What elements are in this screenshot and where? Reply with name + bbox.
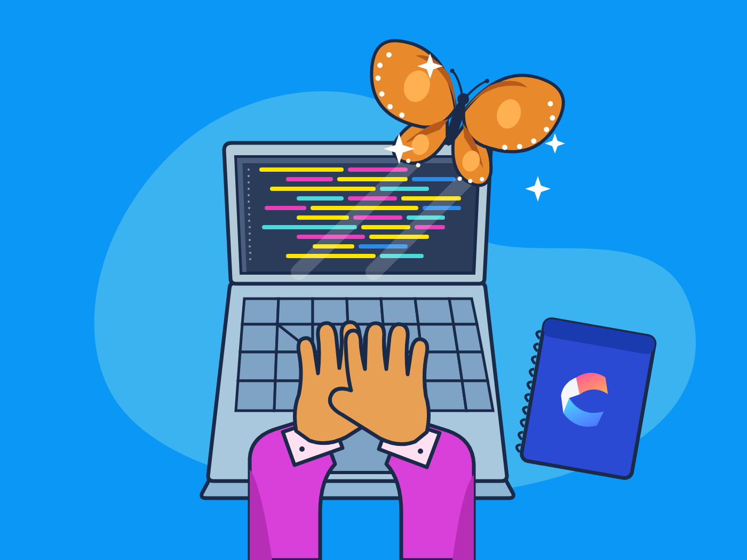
svg-point-14: [249, 258, 251, 260]
svg-point-13: [249, 252, 251, 254]
svg-point-42: [299, 446, 305, 452]
svg-point-43: [418, 449, 423, 454]
illustration-svg: [0, 0, 747, 560]
svg-point-10: [249, 233, 251, 235]
svg-point-5: [248, 201, 250, 203]
svg-point-2: [248, 181, 250, 183]
svg-point-11: [249, 239, 251, 241]
illustration-canvas: [0, 0, 747, 560]
svg-point-71: [484, 78, 490, 84]
svg-point-7: [248, 213, 250, 215]
svg-point-8: [248, 220, 250, 222]
svg-point-3: [248, 188, 250, 190]
svg-point-0: [248, 169, 250, 171]
svg-point-12: [249, 245, 251, 247]
svg-point-4: [248, 194, 250, 196]
svg-point-6: [248, 207, 250, 209]
svg-point-1: [248, 175, 250, 177]
laptop-screen: [224, 143, 491, 284]
svg-point-9: [249, 226, 251, 228]
